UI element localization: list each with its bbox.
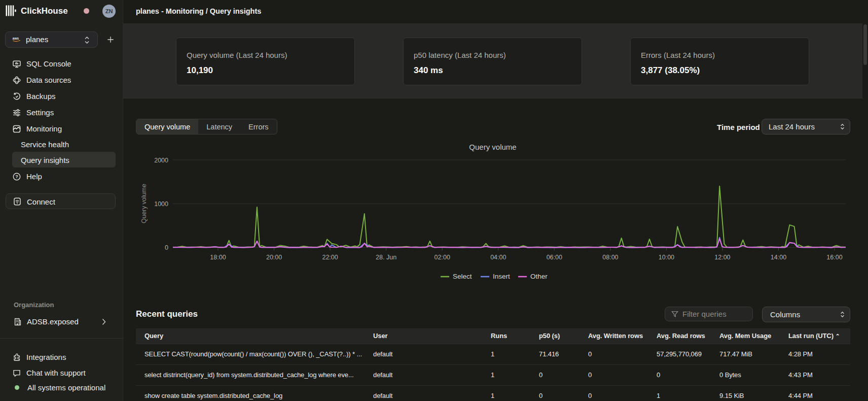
svg-text:16:00: 16:00 [826, 254, 842, 261]
svg-text:1000: 1000 [154, 201, 168, 208]
svg-text:06:00: 06:00 [547, 254, 562, 261]
svg-text:08:00: 08:00 [602, 254, 618, 261]
svg-text:10:00: 10:00 [659, 254, 674, 261]
svg-text:Query volume: Query volume [469, 143, 516, 151]
svg-text:18:00: 18:00 [210, 254, 226, 261]
svg-text:04:00: 04:00 [490, 254, 506, 261]
svg-text:02:00: 02:00 [435, 254, 450, 261]
svg-text:14:00: 14:00 [771, 254, 786, 261]
svg-text:?: ? [15, 174, 18, 179]
svg-text:28. Jun: 28. Jun [376, 254, 396, 261]
svg-text:Other: Other [530, 273, 548, 280]
svg-text:22:00: 22:00 [322, 254, 338, 261]
svg-text:12:00: 12:00 [714, 254, 730, 261]
svg-text:20:00: 20:00 [266, 254, 282, 261]
svg-text:Select: Select [453, 273, 472, 280]
svg-text:Insert: Insert [493, 273, 510, 280]
svg-text:Query volume: Query volume [140, 184, 148, 223]
svg-text:aws: aws [13, 37, 19, 40]
svg-text:2000: 2000 [154, 157, 168, 164]
svg-text:0: 0 [165, 244, 168, 251]
